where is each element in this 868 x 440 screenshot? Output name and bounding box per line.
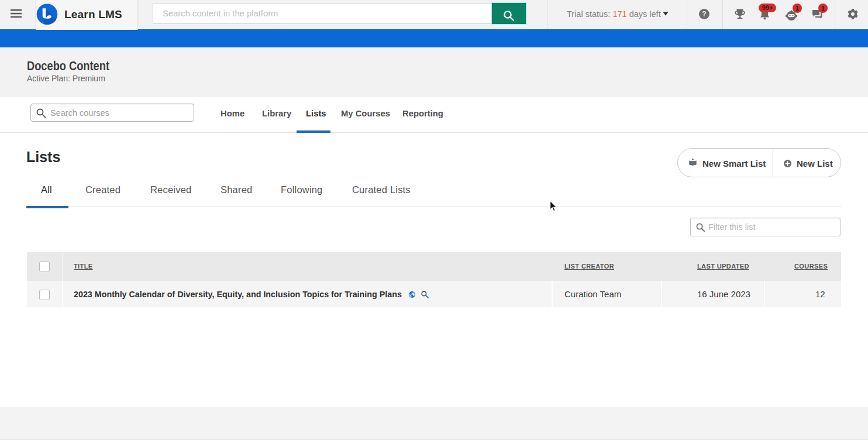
svg-text:?: ? — [702, 10, 706, 18]
